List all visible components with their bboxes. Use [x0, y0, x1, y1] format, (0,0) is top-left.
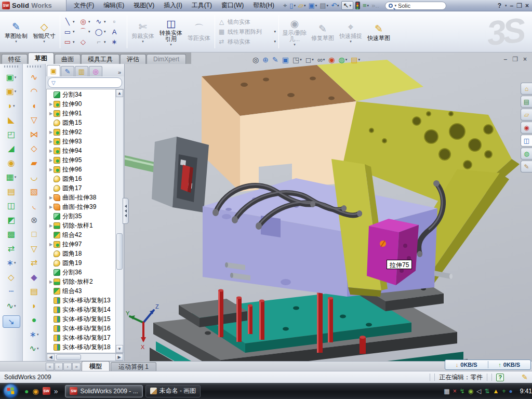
- hide-show-items-icon[interactable]: ∞▾: [317, 56, 325, 64]
- toolbar-icon-lcol1-9[interactable]: ▤: [0, 184, 22, 199]
- minimize-button[interactable]: –: [510, 2, 514, 9]
- toolbar-icon-lcol2-16[interactable]: ▤: [23, 285, 45, 299]
- close-button[interactable]: ×: [525, 2, 529, 9]
- tree-item-组合43[interactable]: 组合43: [47, 286, 115, 296]
- file-explorer-tab[interactable]: ▱: [521, 109, 532, 121]
- undo-button[interactable]: ↶▾: [330, 2, 339, 9]
- toolbar-icon-lcol1-2[interactable]: ▣▾: [0, 85, 22, 99]
- panel-overflow-icon[interactable]: »: [118, 69, 123, 76]
- apply-scene-icon[interactable]: ◍▾: [339, 56, 348, 64]
- menu-item-6[interactable]: 帮助(H): [249, 0, 278, 11]
- tree-item-切除-放样2[interactable]: ▶切除-放样2: [47, 277, 115, 286]
- tab-草图[interactable]: 草图: [28, 52, 54, 64]
- toolbar-icon-lcol2-12[interactable]: □: [23, 228, 45, 242]
- toolbar-icon-lcol2-10[interactable]: ◟: [23, 199, 45, 214]
- help-button[interactable]: ?: [498, 2, 501, 9]
- model-tab-运动算例 1[interactable]: 运动算例 1: [111, 362, 156, 371]
- toolbar-icon-lcol1-1[interactable]: ▣▾: [0, 70, 22, 85]
- tab-scroll-button-3[interactable]: ›: [63, 363, 72, 370]
- toolbar-button-转换实体引用[interactable]: ◫转换实体引用▾: [157, 17, 185, 47]
- feature-filter-input[interactable]: ▽: [48, 77, 122, 88]
- menu-item-3[interactable]: 插入(I): [159, 0, 186, 11]
- dropdown-icon[interactable]: ▾: [43, 39, 45, 44]
- toolbar-icon-lcol1-16[interactable]: ┄: [0, 285, 22, 299]
- dropdown-icon[interactable]: ▾: [15, 89, 17, 94]
- scroll-down-button[interactable]: ▼: [116, 345, 123, 353]
- tray-security-icon[interactable]: ×: [453, 388, 457, 394]
- toolbar-icon-lcol2-5[interactable]: ⋈: [23, 127, 45, 142]
- sketch-entity-button[interactable]: ◯▾: [94, 27, 109, 36]
- edit-appearance-icon[interactable]: ◉: [328, 56, 335, 64]
- pan-icon[interactable]: ✎: [272, 56, 278, 64]
- view-orientation-icon[interactable]: ◳▾: [292, 56, 302, 64]
- toolbar-icon-lcol1-5[interactable]: ◰: [0, 127, 22, 142]
- dropdown-icon[interactable]: ▾: [104, 20, 106, 24]
- graphics-viewport[interactable]: Y Z X ◎⊕✎▣◳▾◻▾∞▾◉◍▾▤▾ – ❐ × ⌂▤▱◉◫◍✎ 拉伸75: [125, 52, 532, 361]
- keyboard-icon[interactable]: ▦: [444, 388, 449, 394]
- toolbar-icon-lcol2-7[interactable]: ▰: [23, 156, 45, 170]
- toolbar-icon-lcol2-4[interactable]: ▽: [23, 113, 45, 128]
- tree-item-圆角18[interactable]: 圆角18: [47, 249, 115, 258]
- tree-item-拉伸95[interactable]: ▶拉伸95: [47, 155, 115, 165]
- open-button[interactable]: ▱▾: [298, 2, 307, 9]
- tab-scroll-button-4[interactable]: »: [72, 363, 81, 370]
- tree-item-圆角17[interactable]: 圆角17: [47, 183, 115, 193]
- expand-icon[interactable]: ▶: [48, 102, 54, 107]
- sketch-entity-button[interactable]: ∿▾: [94, 18, 109, 25]
- toolbar-icon-lcol2-8[interactable]: ◡: [23, 170, 45, 185]
- featuremanager-tab[interactable]: ▣: [47, 65, 60, 76]
- design-library-tab[interactable]: ▤: [521, 96, 532, 108]
- tab-特征[interactable]: 特征: [2, 54, 28, 64]
- toolbar-icon-lcol2-2[interactable]: ◠: [23, 85, 45, 99]
- expand-icon[interactable]: ▶: [48, 223, 54, 228]
- dropdown-icon[interactable]: ▾: [73, 20, 75, 24]
- sketch-entity-button[interactable]: ▫: [110, 18, 124, 25]
- view-settings-icon[interactable]: ▤▾: [351, 56, 360, 64]
- toolbar-button-智能尺寸[interactable]: ◇智能尺寸▾: [30, 20, 58, 44]
- toolbar-overflow-icon[interactable]: »..: [371, 2, 379, 9]
- view-palette-tab[interactable]: ◫: [521, 135, 532, 147]
- tree-horizontal-scrollbar[interactable]: ◀ ▶: [46, 353, 124, 361]
- dimxpertmanager-tab[interactable]: ◎: [89, 66, 102, 76]
- toolbar-icon-lcol2-14[interactable]: ⇄: [23, 256, 45, 271]
- taskbar-window-1[interactable]: SWSolidWorks 2009 - ...: [65, 385, 142, 397]
- menu-item-5[interactable]: 窗口(W): [217, 0, 248, 11]
- dropdown-icon[interactable]: ▾: [323, 58, 325, 62]
- dropdown-icon[interactable]: ▾: [37, 332, 39, 337]
- expand-icon[interactable]: ▶: [48, 158, 54, 163]
- menu-item-1[interactable]: 编辑(E): [99, 0, 128, 11]
- propertymanager-tab[interactable]: ✎: [61, 66, 74, 76]
- dropdown-icon[interactable]: ▾: [14, 304, 16, 308]
- tab-模具工具[interactable]: 模具工具: [81, 54, 119, 64]
- tree-item-曲面-拉伸39[interactable]: ▶曲面-拉伸39: [47, 202, 115, 211]
- sketch-entity-button[interactable]: ▭▾: [63, 38, 77, 46]
- quick-launch-solidworks[interactable]: SW: [43, 387, 50, 395]
- toolbar-icon-lcol2-17[interactable]: ◗: [23, 299, 45, 313]
- new-document-button[interactable]: ▯▾: [289, 2, 296, 9]
- dropdown-icon[interactable]: ▾: [14, 261, 16, 265]
- toolbar-icon-lcol1-4[interactable]: ◣: [0, 113, 22, 128]
- quick-launch-messenger[interactable]: ●: [24, 388, 29, 395]
- expand-icon[interactable]: ▶: [48, 149, 54, 153]
- tray-volume-icon[interactable]: ◁: [476, 388, 481, 394]
- tree-item-实体-移动/复制17[interactable]: 实体-移动/复制17: [47, 333, 115, 342]
- expand-icon[interactable]: ▶: [48, 167, 54, 172]
- doc-close-button[interactable]: ×: [523, 56, 527, 63]
- quick-launch-overflow[interactable]: »: [54, 388, 58, 395]
- doc-minimize-button[interactable]: –: [504, 56, 508, 63]
- expand-icon[interactable]: ▶: [48, 280, 54, 284]
- tree-item-曲面-拉伸38[interactable]: ▶曲面-拉伸38: [47, 193, 115, 202]
- section-view-icon[interactable]: ▣: [282, 56, 289, 64]
- tree-item-分割36[interactable]: 分割36: [47, 268, 115, 277]
- toolbar-icon-lcol2-15[interactable]: ◆: [23, 270, 45, 285]
- hscroll-thumb[interactable]: [56, 354, 81, 360]
- dropdown-icon[interactable]: ▾: [104, 30, 106, 34]
- toolbar-button-快速草图[interactable]: ✎快速草图: [365, 22, 393, 42]
- tree-item-圆角16[interactable]: 圆角16: [47, 174, 115, 183]
- select-button-dropdown-icon[interactable]: ▾: [349, 4, 351, 8]
- print-button[interactable]: ▤▾: [319, 2, 329, 9]
- toolbar-icon-lcol1-7[interactable]: ◉: [0, 156, 22, 170]
- tab-曲面[interactable]: 曲面: [55, 54, 81, 64]
- dropdown-icon[interactable]: ▾: [312, 58, 314, 62]
- tree-item-拉伸90[interactable]: ▶拉伸90: [47, 99, 115, 109]
